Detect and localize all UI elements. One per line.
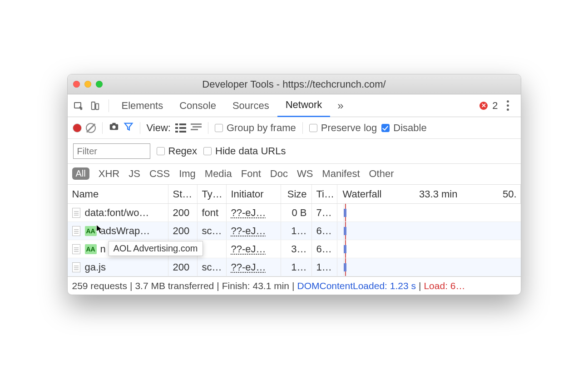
type-manifest[interactable]: Manifest — [322, 168, 360, 180]
type-font[interactable]: Font — [241, 168, 261, 180]
device-toggle-icon[interactable] — [88, 98, 102, 113]
col-waterfall[interactable]: Waterfall 33.3 min 50. — [337, 185, 521, 203]
table-row[interactable]: AAadsWrap… 200 sc… ??-eJ… 1… 6… — [68, 222, 521, 240]
col-type[interactable]: Ty… — [198, 185, 227, 203]
row-time: 6… — [312, 240, 337, 258]
table-header: Name St… Ty… Initiator Size Ti… Waterfal… — [68, 185, 521, 204]
error-count[interactable]: 2 — [492, 100, 498, 112]
row-size: 0 B — [281, 204, 312, 221]
disable-cache-toggle[interactable]: Disable — [381, 122, 426, 134]
row-time: 6… — [312, 222, 337, 240]
type-doc[interactable]: Doc — [270, 168, 288, 180]
large-rows-icon[interactable] — [175, 123, 186, 133]
status-transferred: 3.7 MB transferred — [135, 280, 214, 291]
filter-input[interactable] — [73, 143, 150, 159]
type-css[interactable]: CSS — [149, 168, 170, 180]
window-controls — [73, 81, 103, 88]
type-media[interactable]: Media — [205, 168, 232, 180]
col-size[interactable]: Size — [281, 185, 312, 203]
waterfall-tick: 33.3 min — [419, 188, 457, 200]
checkbox-icon[interactable] — [309, 124, 317, 132]
tab-network[interactable]: Network — [277, 94, 331, 117]
row-status: 200 — [168, 204, 198, 221]
row-initiator[interactable]: ??-eJ… — [231, 207, 266, 219]
svg-rect-4 — [112, 123, 115, 124]
type-ws[interactable]: WS — [297, 168, 313, 180]
row-initiator[interactable]: ??-eJ… — [231, 261, 266, 273]
tracker-badge: AA — [85, 244, 97, 254]
screenshot-icon[interactable] — [109, 122, 119, 134]
row-name: n — [100, 243, 106, 255]
type-other[interactable]: Other — [369, 168, 394, 180]
svg-rect-1 — [91, 102, 94, 109]
filter-bar: Regex Hide data URLs — [68, 139, 521, 164]
preserve-log-toggle[interactable]: Preserve log — [309, 122, 377, 134]
hide-urls-label: Hide data URLs — [215, 145, 286, 157]
regex-label: Regex — [168, 145, 198, 157]
devtools-window: Developer Tools - https://techcrunch.com… — [67, 74, 521, 295]
col-status[interactable]: St… — [168, 185, 198, 203]
hide-urls-toggle[interactable]: Hide data URLs — [203, 145, 286, 157]
group-by-frame-toggle[interactable]: Group by frame — [215, 122, 296, 134]
more-tabs-chevron-icon[interactable]: » — [330, 99, 351, 112]
inspect-element-icon[interactable] — [71, 98, 86, 113]
panel-tabbar: Elements Console Sources Network » ✕ 2 — [68, 94, 521, 117]
row-name: data:font/wo… — [85, 207, 149, 219]
disable-cache-label: Disable — [393, 122, 426, 134]
record-icon[interactable] — [73, 124, 81, 132]
requests-table: Name St… Ty… Initiator Size Ti… Waterfal… — [68, 185, 521, 276]
file-icon — [72, 226, 80, 236]
file-icon — [72, 244, 80, 254]
type-xhr[interactable]: XHR — [99, 168, 119, 180]
row-initiator[interactable]: ??-eJ… — [231, 243, 266, 255]
checkbox-icon[interactable] — [215, 124, 223, 132]
network-toolbar: View: Group by frame Preserve log Disabl… — [68, 117, 521, 139]
row-time: 7… — [312, 204, 337, 221]
waterfall-label: Waterfall — [343, 188, 382, 200]
checkbox-icon[interactable] — [381, 124, 390, 132]
tooltip: AOL Advertising.com — [109, 241, 203, 256]
status-bar: 259 requests | 3.7 MB transferred | Fini… — [68, 276, 521, 295]
type-all[interactable]: All — [72, 167, 89, 180]
regex-toggle[interactable]: Regex — [157, 145, 198, 157]
svg-rect-11 — [179, 131, 186, 133]
overview-icon[interactable] — [191, 123, 202, 133]
row-name: adsWrap… — [100, 225, 150, 237]
view-label: View: — [147, 122, 171, 134]
window-title: Developer Tools - https://techcrunch.com… — [68, 79, 521, 90]
svg-rect-8 — [175, 131, 178, 133]
svg-rect-10 — [179, 127, 186, 129]
col-time[interactable]: Ti… — [312, 185, 337, 203]
tab-sources[interactable]: Sources — [224, 94, 277, 117]
row-type: sc… — [198, 222, 227, 240]
type-js[interactable]: JS — [128, 168, 140, 180]
tab-elements[interactable]: Elements — [114, 94, 172, 117]
preserve-log-label: Preserve log — [321, 122, 377, 134]
svg-rect-9 — [179, 123, 186, 125]
status-finish: Finish: 43.1 min — [222, 280, 289, 291]
close-icon[interactable] — [73, 81, 80, 88]
col-name[interactable]: Name — [68, 185, 168, 203]
tab-console[interactable]: Console — [171, 94, 224, 117]
maximize-icon[interactable] — [96, 81, 103, 88]
group-by-frame-label: Group by frame — [227, 122, 296, 134]
checkbox-icon[interactable] — [157, 147, 165, 155]
type-filter-bar: All XHR JS CSS Img Media Font Doc WS Man… — [68, 164, 521, 185]
error-icon[interactable]: ✕ — [479, 102, 488, 110]
type-img[interactable]: Img — [179, 168, 196, 180]
row-name: ga.js — [85, 261, 106, 273]
svg-rect-13 — [193, 126, 202, 128]
clear-icon[interactable] — [86, 123, 96, 133]
table-row[interactable]: data:font/wo… 200 font ??-eJ… 0 B 7… — [68, 204, 521, 222]
row-status: 200 — [168, 222, 198, 240]
col-initiator[interactable]: Initiator — [227, 185, 281, 203]
kebab-menu-icon[interactable] — [503, 100, 514, 111]
filter-icon[interactable] — [124, 122, 133, 134]
svg-rect-14 — [191, 129, 198, 130]
minimize-icon[interactable] — [84, 81, 91, 88]
checkbox-icon[interactable] — [203, 147, 212, 155]
table-row[interactable]: ga.js 200 sc… ??-eJ… 1… 1… — [68, 258, 521, 276]
row-initiator[interactable]: ??-eJ… — [231, 225, 266, 237]
svg-point-5 — [112, 125, 115, 128]
row-time: 1… — [312, 258, 337, 276]
